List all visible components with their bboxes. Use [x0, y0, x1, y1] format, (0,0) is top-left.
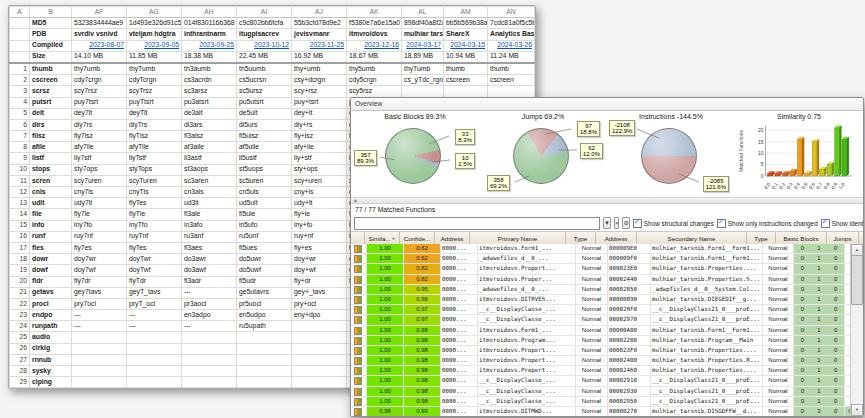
spreadsheet-cell[interactable]: fl3adr	[182, 276, 237, 287]
row-number[interactable]: 15	[10, 220, 30, 231]
spreadsheet-cell[interactable]: sty+ops	[292, 164, 347, 175]
spreadsheet-cell[interactable]: dey7lt	[72, 108, 127, 119]
row-label-cell[interactable]: clrklg	[30, 343, 72, 354]
spreadsheet-cell[interactable]: 14.10 MB	[72, 51, 127, 63]
spreadsheet-cell[interactable]: fl5ues	[237, 242, 292, 253]
spreadsheet-cell[interactable]: fly7dr	[72, 276, 127, 287]
spreadsheet-cell[interactable]: fl3alsz	[182, 131, 237, 142]
row-label-cell[interactable]: Size	[30, 51, 72, 63]
spreadsheet-cell[interactable]: cn5uls	[237, 187, 292, 198]
spreadsheet-cell[interactable]: doy7wr	[72, 254, 127, 265]
spreadsheet-cell[interactable]: cs5ucrsn	[237, 75, 292, 86]
row-number[interactable]: 21	[10, 287, 30, 298]
matched-function-row[interactable]: 1.000.970000...__c__DisplayClasse_...Nor…	[351, 315, 851, 325]
spreadsheet-cell[interactable]: inthrantnarm	[182, 29, 237, 40]
spreadsheet-cell[interactable]: cny+ls	[292, 187, 347, 198]
spreadsheet-cell[interactable]: geyT_tavs	[127, 287, 182, 298]
row-label-cell[interactable]: cnls	[30, 187, 72, 198]
spreadsheet-cell[interactable]: scy7uren	[72, 175, 127, 186]
spreadsheet-cell[interactable]	[292, 377, 347, 388]
spreadsheet-cell[interactable]: fly7lsz	[72, 131, 127, 142]
row-number[interactable]: 16	[10, 231, 30, 242]
row-number[interactable]	[10, 29, 30, 40]
filter-input[interactable]	[354, 217, 600, 230]
spreadsheet-cell[interactable]	[237, 377, 292, 388]
spreadsheet-cell[interactable]: fl5ulsz	[237, 131, 292, 142]
row-number[interactable]: 2	[10, 75, 30, 86]
spreadsheet-cell[interactable]: doy7wf	[72, 265, 127, 276]
table-header-simila-[interactable]: Simila...▼	[365, 232, 400, 244]
column-letter[interactable]: AL	[402, 7, 444, 18]
spreadsheet-cell[interactable]: flyTdr	[127, 276, 182, 287]
spreadsheet-cell[interactable]: scy+rsz	[292, 86, 347, 97]
spreadsheet-cell[interactable]: ruy+nf	[292, 231, 347, 242]
table-header-type[interactable]: Type	[566, 232, 596, 244]
spreadsheet-cell[interactable]: 22.45 MB	[237, 51, 292, 63]
spreadsheet-cell[interactable]	[182, 343, 237, 354]
spreadsheet-cell[interactable]: ---	[127, 310, 182, 321]
column-letter[interactable]: A	[10, 7, 30, 18]
spreadsheet-cell[interactable]: cnyTls	[127, 187, 182, 198]
row-number[interactable]: 27	[10, 354, 30, 365]
matched-function-row[interactable]: 0.980.990000...itmvroidovs.DITMWD...Norm…	[351, 407, 851, 416]
spreadsheet-cell[interactable]: cdy7crgn	[72, 75, 127, 86]
spreadsheet-cell[interactable]: ru5upath	[237, 321, 292, 332]
spreadsheet-cell[interactable]: flyTlsz	[127, 131, 182, 142]
spreadsheet-cell[interactable]: fl5udr	[237, 276, 292, 287]
table-header-basic-blocks[interactable]: Basic Blocks	[776, 232, 827, 244]
row-number[interactable]: 24	[10, 321, 30, 332]
row-number[interactable]	[10, 18, 30, 29]
spreadsheet-cell[interactable]	[127, 366, 182, 377]
spreadsheet-cell[interactable]: scy+uren	[292, 175, 347, 186]
row-number[interactable]: 26	[10, 343, 30, 354]
spreadsheet-cell[interactable]: th5uumb	[237, 63, 292, 75]
row-number[interactable]: 22	[10, 298, 30, 309]
spreadsheet-cell[interactable]: do3awf	[182, 265, 237, 276]
spreadsheet-cell[interactable]: fly7es	[72, 242, 127, 253]
spreadsheet-cell[interactable]: bb5b569b38a	[444, 18, 488, 29]
spreadsheet-cell[interactable]: fly+lsz	[292, 131, 347, 142]
spreadsheet-cell[interactable]: afyTile	[127, 142, 182, 153]
column-letter[interactable]: AG	[127, 7, 182, 18]
spreadsheet-cell[interactable]: 5323834444ae9	[72, 18, 127, 29]
spreadsheet-cell[interactable]: fl3ale	[182, 209, 237, 220]
row-number[interactable]: 8	[10, 142, 30, 153]
row-number[interactable]: 4	[10, 97, 30, 108]
matched-function-row[interactable]: 1.000.980000...__c__DisplayClasse_...Nor…	[351, 397, 851, 407]
spreadsheet-cell[interactable]: cs_yTdc_rgn	[402, 75, 444, 86]
spreadsheet-cell[interactable]	[292, 343, 347, 354]
column-letter[interactable]: AF	[72, 7, 127, 18]
spreadsheet-cell[interactable]: dey+lt	[292, 108, 347, 119]
row-number[interactable]: 11	[10, 175, 30, 186]
spreadsheet-cell[interactable]: itugpisacrev	[237, 29, 292, 40]
spreadsheet-cell[interactable]	[72, 332, 127, 343]
spreadsheet-cell[interactable]: scyTrsz	[127, 86, 182, 97]
row-number[interactable]: 28	[10, 366, 30, 377]
spreadsheet-cell[interactable]	[237, 332, 292, 343]
row-label-cell[interactable]: cscreen	[30, 75, 72, 86]
spreadsheet-cell[interactable]: sc3aren	[182, 175, 237, 186]
row-label-cell[interactable]: dowf	[30, 265, 72, 276]
spreadsheet-cell[interactable]: 2023-09-05	[127, 40, 182, 51]
spreadsheet-cell[interactable]: afy7ile	[72, 142, 127, 153]
spreadsheet-cell[interactable]: cscreen	[488, 75, 535, 86]
row-number[interactable]	[10, 40, 30, 51]
row-label-cell[interactable]: clping	[30, 377, 72, 388]
row-number[interactable]: 7	[10, 131, 30, 142]
spreadsheet-cell[interactable]	[182, 366, 237, 377]
matched-function-row[interactable]: 1.000.980000...itmvroidovs.Program...Nor…	[351, 336, 851, 346]
spreadsheet-cell[interactable]: cs3acrdn	[182, 75, 237, 86]
matched-function-row[interactable]: 1.000.980000...itmvroidovs.Propert...Nor…	[351, 346, 851, 356]
spreadsheet-cell[interactable]: iny+fo	[292, 220, 347, 231]
checkbox-box[interactable]: ✓	[717, 219, 726, 228]
row-number[interactable]: 12	[10, 187, 30, 198]
row-label-cell[interactable]: listf	[30, 153, 72, 164]
spreadsheet-cell[interactable]: sc5ursz	[237, 86, 292, 97]
spreadsheet-cell[interactable]: 18.38 MB	[182, 51, 237, 63]
spreadsheet-cell[interactable]	[182, 354, 237, 365]
spreadsheet-cell[interactable]: 2023-12-16	[347, 40, 402, 51]
spreadsheet-cell[interactable]: eny+dpo	[292, 310, 347, 321]
column-letter[interactable]: AI	[237, 7, 292, 18]
checkbox-box[interactable]: ✓	[633, 219, 642, 228]
column-letter[interactable]: AK	[347, 7, 402, 18]
